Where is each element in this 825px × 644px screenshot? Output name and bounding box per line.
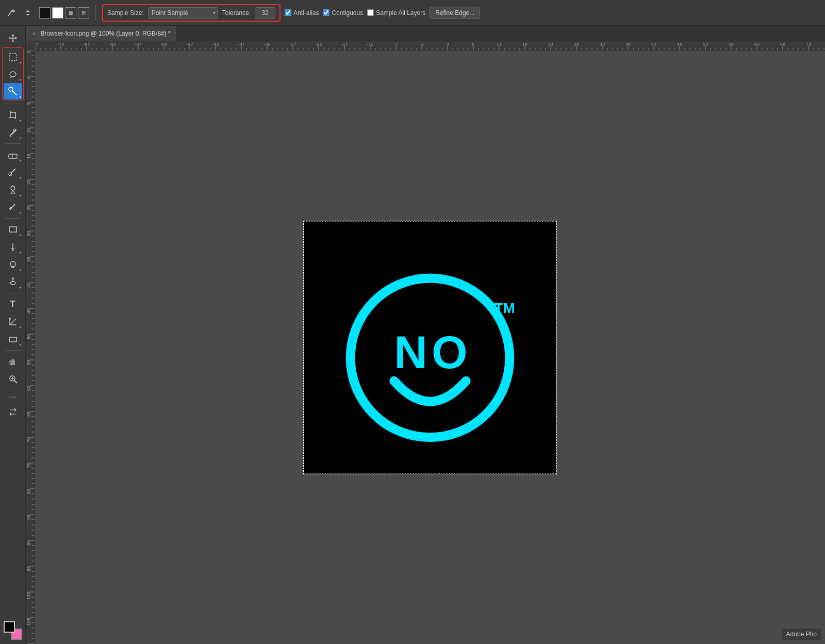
svg-text:O: O: [432, 326, 466, 377]
fill-tool[interactable]: ▾: [4, 239, 22, 255]
document-tab[interactable]: × Browser-Icon.png @ 100% (Layer 0, RGB/…: [26, 26, 176, 41]
svg-rect-36: [9, 337, 16, 342]
contiguous-group: Contiguous: [323, 9, 363, 16]
left-divider-2: [5, 143, 21, 144]
svg-line-13: [9, 88, 9, 88]
magic-wand-tool[interactable]: ▾: [4, 83, 22, 100]
eyedropper-tool[interactable]: ▾: [4, 124, 22, 141]
swap-arrows: [9, 408, 17, 416]
svg-point-25: [11, 186, 15, 190]
document-canvas: N O TM: [304, 221, 556, 474]
canvas-image: N O TM: [304, 221, 556, 474]
svg-line-5: [10, 77, 11, 78]
crop-tool[interactable]: ▾: [4, 107, 22, 123]
toolbar-divider-1: [95, 5, 96, 21]
sample-size-label: Sample Size:: [107, 9, 144, 16]
contiguous-checkbox[interactable]: [323, 9, 329, 16]
eyedropper-tool-icon[interactable]: [4, 6, 19, 20]
svg-text:TM: TM: [494, 300, 515, 316]
svg-point-30: [12, 250, 13, 251]
rect-shape-tool[interactable]: ▾: [4, 331, 22, 348]
svg-line-38: [14, 381, 17, 383]
foreground-color-swatch[interactable]: [4, 621, 15, 633]
svg-rect-3: [9, 54, 16, 61]
background-color-box[interactable]: [52, 7, 63, 19]
tab-close-btn[interactable]: ×: [31, 30, 37, 37]
blur-tool[interactable]: ▾: [4, 256, 22, 273]
horizontal-ruler: [35, 41, 825, 51]
anti-alias-label: Anti-alias: [293, 9, 319, 16]
anti-alias-group: Anti-alias: [285, 9, 319, 16]
tab-bar: × Browser-Icon.png @ 100% (Layer 0, RGB/…: [26, 26, 825, 41]
shape-tool[interactable]: ▾: [4, 221, 22, 238]
dodge-tool[interactable]: ▾: [4, 274, 22, 290]
adobe-watermark: Adobe Pho: [782, 629, 821, 640]
left-divider-5: [5, 350, 21, 351]
foreground-color-box[interactable]: [39, 7, 51, 19]
dropdown-arrow-icon[interactable]: [21, 6, 35, 20]
healing-brush-tool[interactable]: ▾: [4, 199, 22, 216]
canvas-area: N O TM: [35, 51, 825, 644]
left-divider-3: [5, 218, 21, 219]
sample-size-select[interactable]: Point Sample 3 by 3 Average 5 by 5 Avera…: [148, 7, 218, 19]
svg-point-24: [10, 174, 11, 175]
contiguous-label: Contiguous: [332, 9, 363, 16]
pattern-picker[interactable]: ⊞: [78, 7, 89, 19]
svg-point-32: [10, 282, 15, 285]
path-selection-tool[interactable]: ▾: [4, 313, 22, 330]
color-pickers: ▦ ⊞: [39, 7, 89, 19]
smiley-svg: N O TM: [304, 222, 556, 473]
sample-all-layers-label: Sample All Layers: [376, 9, 425, 16]
svg-line-22: [11, 169, 15, 173]
sample-all-layers-checkbox[interactable]: [367, 9, 374, 16]
color-swatches: [4, 621, 22, 640]
refine-edge-button[interactable]: Refine Edge...: [430, 7, 480, 19]
left-divider-1: [5, 104, 21, 104]
svg-rect-29: [9, 227, 16, 232]
sample-all-layers-group: Sample All Layers: [367, 9, 425, 16]
svg-line-6: [12, 91, 16, 95]
more-tools[interactable]: ···: [4, 388, 22, 405]
tool-select-group: [4, 6, 35, 20]
zoom-tool[interactable]: [4, 371, 22, 387]
text-tool-icon: T: [10, 300, 15, 309]
left-divider-4: [5, 293, 21, 293]
svg-point-4: [10, 72, 16, 77]
rectangular-marquee-tool[interactable]: ▾: [4, 49, 22, 65]
svg-line-19: [10, 136, 11, 137]
swap-arrows-icon: [9, 408, 17, 416]
eraser-tool[interactable]: ▾: [4, 146, 22, 163]
svg-line-12: [12, 88, 12, 88]
gradient-picker[interactable]: ▦: [65, 7, 76, 19]
sample-size-select-wrapper: Point Sample 3 by 3 Average 5 by 5 Avera…: [148, 7, 218, 19]
tolerance-label: Tolerance:: [222, 9, 251, 16]
more-tools-icon: ···: [9, 392, 16, 401]
tolerance-input[interactable]: [255, 7, 275, 19]
tab-title: Browser-Icon.png @ 100% (Layer 0, RGB/8#…: [40, 30, 170, 37]
lasso-tool[interactable]: ▾: [4, 66, 22, 82]
svg-line-1: [8, 10, 12, 16]
options-highlighted-group: Sample Size: Point Sample 3 by 3 Average…: [102, 4, 280, 22]
hand-tool[interactable]: [4, 353, 22, 370]
text-tool[interactable]: T: [4, 296, 22, 312]
svg-point-31: [10, 261, 15, 267]
adobe-watermark-text: Adobe Pho: [786, 631, 817, 638]
svg-text:N: N: [394, 326, 425, 377]
left-toolbar: ▾ ▾ ▾: [0, 26, 26, 644]
clone-stamp-tool[interactable]: ▾: [4, 181, 22, 198]
top-toolbar: ▦ ⊞ Sample Size: Point Sample 3 by 3 Ave…: [0, 0, 825, 26]
vertical-ruler: [26, 51, 35, 644]
svg-point-35: [9, 318, 11, 320]
marquee-selection-group: ▾ ▾ ▾: [2, 47, 24, 101]
move-tool[interactable]: [4, 30, 22, 46]
brush-tool[interactable]: ▾: [4, 164, 22, 180]
svg-rect-20: [9, 154, 17, 158]
anti-alias-checkbox[interactable]: [285, 9, 291, 16]
